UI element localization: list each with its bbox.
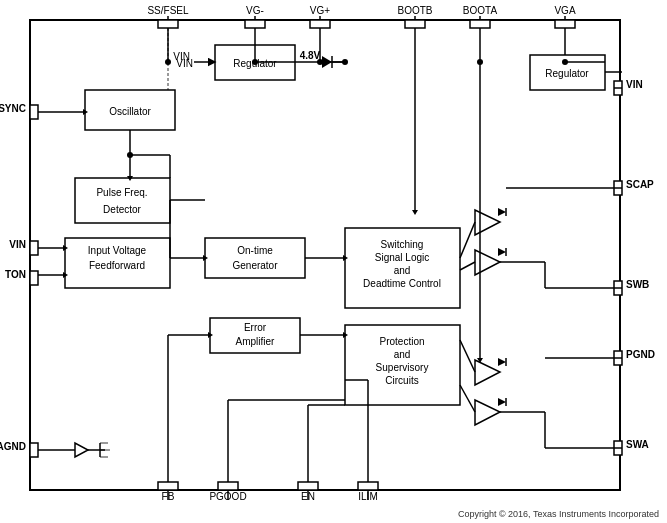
svg-text:Pulse Freq.: Pulse Freq.: [96, 187, 147, 198]
svg-marker-84: [475, 210, 500, 235]
svg-text:AGND: AGND: [0, 441, 26, 452]
svg-point-165: [477, 59, 483, 65]
svg-text:On-time: On-time: [237, 245, 273, 256]
svg-text:Supervisory: Supervisory: [376, 362, 429, 373]
svg-rect-57: [205, 238, 305, 278]
svg-rect-21: [158, 482, 178, 490]
svg-text:Feedforward: Feedforward: [89, 260, 145, 271]
svg-text:Protection: Protection: [379, 336, 424, 347]
svg-text:BOOTA: BOOTA: [463, 5, 498, 16]
svg-text:TON: TON: [5, 269, 26, 280]
svg-text:VG-: VG-: [246, 5, 264, 16]
svg-text:VGA: VGA: [554, 5, 575, 16]
svg-text:and: and: [394, 349, 411, 360]
svg-marker-142: [75, 443, 88, 457]
svg-text:VIN: VIN: [9, 239, 26, 250]
svg-line-140: [460, 385, 475, 412]
svg-text:and: and: [394, 265, 411, 276]
svg-line-139: [460, 340, 475, 372]
svg-rect-6: [245, 20, 265, 28]
svg-text:SWA: SWA: [626, 439, 649, 450]
svg-rect-36: [30, 271, 38, 285]
svg-text:4.8V: 4.8V: [300, 50, 321, 61]
svg-text:BOOTB: BOOTB: [397, 5, 432, 16]
svg-point-119: [317, 59, 323, 65]
svg-point-163: [127, 152, 133, 158]
svg-text:Input Voltage: Input Voltage: [88, 245, 147, 256]
svg-text:Circuits: Circuits: [385, 375, 418, 386]
svg-rect-30: [358, 482, 378, 490]
svg-marker-90: [475, 360, 500, 385]
svg-rect-38: [30, 443, 38, 457]
svg-text:Amplifier: Amplifier: [236, 336, 276, 347]
svg-text:VIN: VIN: [173, 51, 190, 62]
svg-marker-85: [498, 208, 506, 216]
svg-rect-27: [298, 482, 318, 490]
svg-rect-12: [405, 20, 425, 28]
svg-text:Regulator: Regulator: [545, 68, 589, 79]
copyright-text: Copyright © 2016, Texas Instruments Inco…: [458, 509, 659, 519]
svg-line-138: [460, 262, 475, 270]
svg-text:VIN: VIN: [626, 79, 643, 90]
svg-rect-32: [30, 105, 38, 119]
svg-rect-51: [75, 178, 170, 223]
svg-text:Oscillator: Oscillator: [109, 106, 151, 117]
svg-text:Detector: Detector: [103, 204, 141, 215]
svg-marker-93: [475, 400, 500, 425]
svg-rect-34: [30, 241, 38, 255]
svg-point-164: [342, 59, 348, 65]
svg-text:VG+: VG+: [310, 5, 330, 16]
svg-text:SS/FSEL: SS/FSEL: [147, 5, 189, 16]
svg-text:PGND: PGND: [626, 349, 655, 360]
svg-text:SYNC: SYNC: [0, 103, 26, 114]
svg-text:Deadtime Control: Deadtime Control: [363, 278, 441, 289]
svg-rect-15: [470, 20, 490, 28]
svg-text:SCAP: SCAP: [626, 179, 654, 190]
svg-marker-88: [498, 248, 506, 256]
svg-text:Switching: Switching: [381, 239, 424, 250]
svg-line-137: [460, 222, 475, 258]
svg-marker-91: [498, 358, 506, 366]
svg-marker-94: [498, 398, 506, 406]
svg-marker-126: [412, 210, 418, 215]
svg-rect-3: [158, 20, 178, 28]
svg-rect-18: [555, 20, 575, 28]
svg-rect-9: [310, 20, 330, 28]
svg-text:Error: Error: [244, 322, 267, 333]
svg-text:SWB: SWB: [626, 279, 649, 290]
svg-marker-87: [475, 250, 500, 275]
svg-point-116: [252, 59, 258, 65]
svg-text:Signal Logic: Signal Logic: [375, 252, 429, 263]
block-diagram: SS/FSEL VG- VG+ BOOTB BOOTA VGA FB PGOOD…: [0, 0, 667, 523]
svg-text:Generator: Generator: [232, 260, 278, 271]
svg-rect-24: [218, 482, 238, 490]
